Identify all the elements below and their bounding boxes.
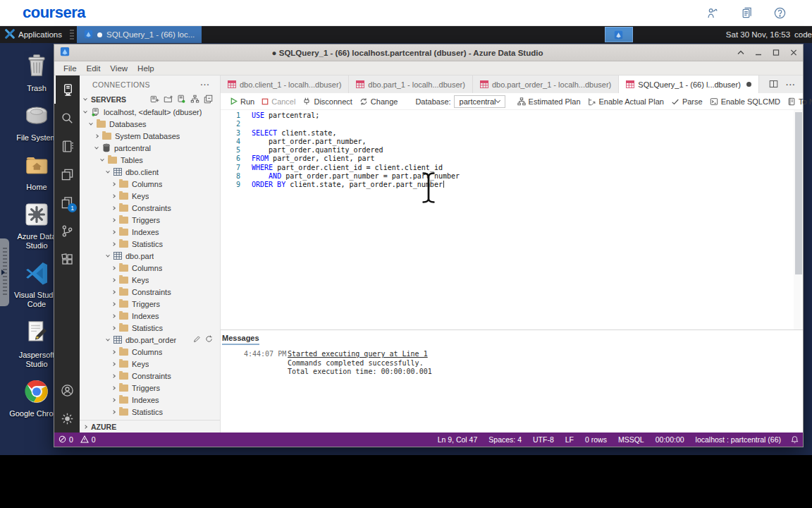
tree-item-statistics[interactable]: Statistics [80, 322, 220, 334]
tree-item-constraints[interactable]: Constraints [80, 286, 220, 298]
taskbar-session-label: code [794, 30, 812, 39]
problems-indicator[interactable]: 0 0 [59, 435, 100, 445]
tree-item-constraints[interactable]: Constraints [80, 370, 220, 382]
tree-item-dbo-client[interactable]: dbo.client [80, 166, 220, 178]
extensions-icon[interactable] [54, 245, 80, 273]
notifications-bell-icon[interactable] [787, 435, 799, 444]
tree-item-statistics[interactable]: Statistics [80, 238, 220, 250]
status-item-utf-8[interactable]: UTF-8 [527, 435, 560, 444]
tab-dbo-part-order-1-localh-dbuser[interactable]: dbo.part_order_1 - localh...dbuser) [473, 75, 619, 93]
enable-sqlcmd-button[interactable]: Enable SQLCMD [706, 97, 784, 106]
scrollbar-thumb[interactable] [795, 112, 802, 274]
run-button[interactable]: Run [226, 97, 258, 106]
azure-section-header[interactable]: AZURE [80, 420, 220, 433]
taskbar-window-button[interactable]: SQLQuery_1 - (66) loc... [77, 26, 202, 43]
tree-item-constraints[interactable]: Constraints [80, 202, 220, 214]
status-item-lf[interactable]: LF [560, 435, 579, 444]
tree-item-statistics[interactable]: Statistics [80, 406, 220, 418]
chevron-right-icon [111, 182, 116, 186]
code-line: 2 [221, 120, 803, 128]
edit-icon[interactable] [193, 335, 201, 344]
folder-icon [119, 193, 128, 200]
tree-item-columns[interactable]: Columns [80, 178, 220, 190]
tab-dbo-part-1-localh-dbuser[interactable]: dbo.part_1 - localh...dbuser) [349, 75, 473, 93]
folder-icon [119, 289, 128, 296]
estimated-plan-button[interactable]: Estimated Plan [514, 97, 584, 106]
message-link[interactable]: Started executing query at Line 1 [288, 350, 428, 359]
tab-sqlquery-1-66-l-dbuser[interactable]: SQLQuery_1 - (66) l...dbuser) [619, 75, 759, 93]
tree-item-tables[interactable]: Tables [80, 154, 220, 166]
taskbar-grip[interactable] [70, 30, 74, 40]
status-item-spaces-4[interactable]: Spaces: 4 [483, 435, 527, 444]
tree-item-triggers[interactable]: Triggers [80, 214, 220, 226]
enable-actual-plan-button[interactable]: Enable Actual Plan [584, 97, 668, 106]
settings-gear-icon[interactable] [54, 404, 80, 433]
minimize-button[interactable] [755, 49, 762, 56]
tree-item-localhost-default-dbuser[interactable]: localhost, <default> (dbuser) [80, 106, 220, 118]
query-history-icon[interactable]: 1 [54, 188, 80, 217]
cancel-button[interactable]: Cancel [258, 97, 299, 106]
search-icon[interactable] [54, 104, 80, 132]
tree-item-indexes[interactable]: Indexes [80, 394, 220, 406]
shade-button[interactable] [737, 49, 744, 56]
tree-item-indexes[interactable]: Indexes [80, 310, 220, 322]
tree-item-columns[interactable]: Columns [80, 346, 220, 358]
status-item-localhost-partcentral-66[interactable]: localhost : partcentral (66) [690, 435, 787, 444]
disconnect-button[interactable]: Disconnect [299, 97, 355, 106]
notebooks-icon[interactable] [54, 132, 80, 160]
messages-tab[interactable]: Messages [222, 334, 259, 345]
to-notebook-button[interactable]: To Notebook [784, 97, 812, 106]
tray-active-app-button[interactable] [605, 27, 633, 42]
panel-handle[interactable] [0, 238, 9, 306]
presenter-icon[interactable] [706, 6, 719, 20]
editor-scrollbar[interactable] [794, 110, 803, 329]
tab-dbo-client-1-localh-dbuser[interactable]: dbo.client_1 - localh...dbuser) [221, 75, 349, 93]
refresh-icon[interactable] [205, 335, 213, 344]
tree-item-dbo-part[interactable]: dbo.part [80, 250, 220, 262]
tree-item-databases[interactable]: Databases [80, 118, 220, 130]
more-actions-icon[interactable]: ··· [786, 80, 796, 89]
explorer-icon[interactable] [54, 160, 80, 188]
sql-editor[interactable]: 1USE partcentral;23SELECT client.state,4… [221, 110, 803, 329]
close-button[interactable] [790, 49, 797, 56]
menu-edit[interactable]: Edit [82, 64, 106, 73]
help-icon[interactable] [773, 6, 787, 20]
parse-button[interactable]: Parse [668, 97, 706, 106]
status-item-ln-9-col-47[interactable]: Ln 9, Col 47 [432, 435, 484, 444]
tree-item-indexes[interactable]: Indexes [80, 226, 220, 238]
servers-section-header[interactable]: SERVERS [80, 93, 220, 106]
tree-item-keys[interactable]: Keys [80, 190, 220, 202]
collapse-all-icon[interactable] [204, 95, 213, 105]
tree-item-system-databases[interactable]: System Databases [80, 130, 220, 142]
tree-item-keys[interactable]: Keys [80, 358, 220, 370]
notes-icon[interactable] [739, 6, 753, 20]
database-dropdown[interactable]: partcentral [454, 95, 505, 108]
tree-item-triggers[interactable]: Triggers [80, 382, 220, 394]
applications-menu-button[interactable]: Applications [0, 26, 67, 43]
window-titlebar[interactable]: ● SQLQuery_1 - (66) localhost.partcentra… [54, 44, 803, 61]
tree-item-partcentral[interactable]: partcentral [80, 142, 220, 154]
account-icon[interactable] [54, 376, 80, 404]
menu-view[interactable]: View [105, 64, 133, 73]
tree-item-keys[interactable]: Keys [80, 274, 220, 286]
tree-item-columns[interactable]: Columns [80, 262, 220, 274]
menu-file[interactable]: File [59, 64, 82, 73]
menu-help[interactable]: Help [133, 64, 159, 73]
tree-item-triggers[interactable]: Triggers [80, 298, 220, 310]
change-connection-button[interactable]: Change [356, 97, 402, 106]
server-groups-icon[interactable] [190, 95, 199, 105]
status-item-00-00-00[interactable]: 00:00:00 [650, 435, 690, 444]
desktop-icon-label: File System [16, 133, 56, 143]
split-editor-icon[interactable] [769, 80, 778, 90]
connections-more-button[interactable]: ··· [201, 80, 211, 89]
taskbar-clock[interactable]: Sat 30 Nov, 16:53 [726, 30, 790, 39]
source-control-icon[interactable] [54, 217, 80, 245]
new-connection-icon[interactable] [150, 95, 159, 105]
maximize-button[interactable] [773, 49, 780, 56]
status-item-mssql[interactable]: MSSQL [613, 435, 650, 444]
tree-item-dbo-part-order[interactable]: dbo.part_order [80, 334, 220, 346]
active-connections-icon[interactable] [177, 95, 186, 105]
connections-activity-icon[interactable] [54, 75, 80, 104]
status-item-0-rows[interactable]: 0 rows [579, 435, 613, 444]
new-server-group-icon[interactable] [164, 95, 173, 105]
